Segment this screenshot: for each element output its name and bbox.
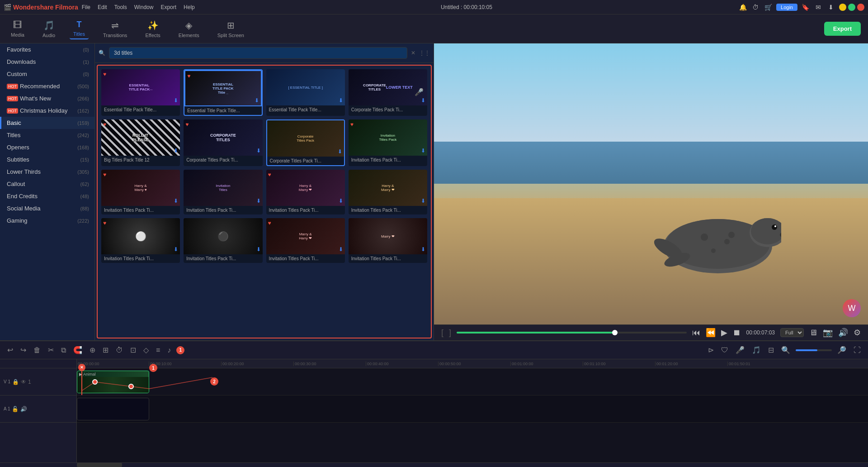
sidebar-item-favorites[interactable]: Favorites (0): [0, 43, 94, 56]
grid-item-9[interactable]: ♥ Harry &Marry ♥ ⬇ Invitation Titles Pac…: [101, 170, 180, 214]
audio-icon-a1[interactable]: 🔊: [20, 406, 27, 412]
sidebar-item-subtitles[interactable]: Subtitles (15): [0, 153, 94, 166]
delete-button[interactable]: 🗑: [32, 344, 42, 356]
export-button[interactable]: Export: [824, 22, 861, 36]
menu-tools[interactable]: Tools: [114, 4, 127, 10]
undo-button[interactable]: ↩: [5, 344, 15, 356]
maximize-button[interactable]: [848, 4, 855, 11]
timeline-scrollbar[interactable]: [0, 462, 868, 467]
sidebar-item-custom[interactable]: Custom (0): [0, 68, 94, 80]
audio-track-button[interactable]: ♪: [165, 344, 173, 356]
message-icon[interactable]: ✉: [814, 4, 823, 11]
search-input[interactable]: [109, 47, 407, 59]
video-clip[interactable]: ▶ Animal: [77, 371, 149, 393]
music-button[interactable]: 🎵: [750, 344, 763, 356]
left-bracket-button[interactable]: [: [441, 328, 443, 338]
sidebar-item-recommended[interactable]: HOT Recommended (500): [0, 80, 94, 92]
bookmark-icon[interactable]: 🔖: [801, 4, 810, 11]
sidebar-item-callout[interactable]: Callout (62): [0, 178, 94, 190]
toolbar-media[interactable]: 🎞 Media: [7, 18, 28, 39]
grid-item-14[interactable]: ⚫ ⬇ Invitation Titles Pack Ti...: [184, 218, 262, 263]
toolbar-elements[interactable]: ◈ Elements: [175, 18, 203, 40]
marker-1[interactable]: 1: [176, 346, 184, 354]
grid-item-6[interactable]: ♥ CORPORATETITLES ⬇ Corporate Titles Pac…: [184, 119, 262, 166]
grid-item-4[interactable]: CORPORATETITLESLOWER TEXT 🎤 ⬇ Corporate …: [349, 69, 427, 116]
toolbar-effects[interactable]: ✨ Effects: [142, 18, 164, 40]
zoom-in-button[interactable]: 🔎: [835, 344, 848, 356]
grid-item-1[interactable]: ♥ ESSENTIALTITLE PACK_ ⬇ Essential Title…: [101, 69, 180, 116]
mic-button[interactable]: 🎤: [734, 344, 746, 356]
sidebar-item-gaming[interactable]: Gaming (222): [0, 214, 94, 227]
rewind-button[interactable]: ⏮: [692, 328, 700, 338]
trim-button[interactable]: ⊞: [101, 344, 110, 356]
detach-button[interactable]: ⊕: [88, 344, 97, 356]
toolbar-splitscreen[interactable]: ⊞ Split Screen: [214, 18, 248, 40]
volume-icon[interactable]: 🔊: [838, 328, 848, 338]
menu-edit[interactable]: Edit: [98, 4, 107, 10]
split-button[interactable]: ⊟: [766, 344, 776, 356]
sidebar-item-downloads[interactable]: Downloads (1): [0, 56, 94, 68]
timer-button[interactable]: ⏱: [114, 344, 125, 356]
grid-item-13[interactable]: ♥ ⚪ ⬇ Invitation Titles Pack Ti...: [101, 218, 180, 263]
menu-help[interactable]: Help: [184, 4, 195, 10]
grid-item-8[interactable]: ♥ InvitationTitles Pack ⬇ Invitation Tit…: [349, 119, 427, 166]
grid-toggle-button[interactable]: ⋮⋮: [419, 50, 430, 56]
notification-icon[interactable]: 🔔: [738, 4, 747, 11]
lock-icon-a1[interactable]: 🔓: [12, 406, 19, 412]
grid-item-3[interactable]: [ ESSENTIAL TITLE ] ⬇ Essential Title Pa…: [266, 69, 345, 116]
sidebar-item-social-media[interactable]: Social Media (88): [0, 202, 94, 214]
shield-button[interactable]: 🛡: [719, 344, 730, 356]
stop-button[interactable]: ⏹: [733, 328, 741, 338]
settings-icon[interactable]: ⚙: [854, 328, 861, 338]
login-button[interactable]: Login: [776, 4, 797, 11]
screenshot-icon[interactable]: 📷: [823, 328, 833, 338]
progress-bar[interactable]: [457, 332, 687, 334]
history-icon[interactable]: ⏱: [751, 4, 760, 11]
step-back-button[interactable]: ⏪: [706, 328, 716, 338]
toolbar-audio[interactable]: 🎵 Audio: [39, 18, 59, 40]
sidebar-item-christmas[interactable]: HOT Christmas Holiday (162): [0, 105, 94, 117]
grid-item-10[interactable]: InvitationTitles ⬇ Invitation Titles Pac…: [184, 170, 262, 214]
progress-thumb[interactable]: [612, 330, 618, 335]
screen-icon[interactable]: 🖥: [809, 328, 817, 338]
right-bracket-button[interactable]: ]: [449, 328, 451, 338]
sidebar-item-openers[interactable]: Openers (168): [0, 141, 94, 153]
sidebar-item-titles[interactable]: Titles (242): [0, 129, 94, 141]
play-button[interactable]: ▶: [721, 328, 727, 338]
minimize-button[interactable]: [839, 4, 846, 11]
quality-select[interactable]: Full: [780, 328, 804, 337]
eye-icon-v1[interactable]: 👁: [21, 379, 26, 385]
toolbar-titles[interactable]: T Titles: [70, 18, 89, 39]
snap-button[interactable]: 🧲: [71, 344, 84, 356]
grid-item-5[interactable]: ♥ ROLL ITPLEASE ⬇ Big Titles Pack Title …: [101, 119, 180, 166]
grid-item-11[interactable]: ♥ Harry &Marry ❤ ⬇ Invitation Titles Pac…: [266, 170, 345, 214]
playhead-button[interactable]: ⊳: [706, 344, 716, 356]
download-icon[interactable]: ⬇: [826, 4, 835, 11]
grid-item-7[interactable]: CorporateTitles Pack ⬇ Corporate Titles …: [266, 119, 345, 166]
menu-export[interactable]: Export: [160, 4, 176, 10]
menu-file[interactable]: File: [82, 4, 90, 10]
grid-item-2[interactable]: ♥ ESSENTIALTITLE PACKTitle _ ⬇ Essential…: [184, 69, 262, 116]
close-button[interactable]: [857, 4, 864, 11]
fullscreen-button[interactable]: ⛶: [852, 344, 863, 356]
zoom-slider[interactable]: [796, 349, 832, 351]
grid-item-12[interactable]: Harry &Marry ❤ ⬇ Invitation Titles Pack …: [349, 170, 427, 214]
sidebar-item-basic[interactable]: Basic (159): [0, 117, 94, 129]
menu-window[interactable]: Window: [134, 4, 154, 10]
search-clear-button[interactable]: ✕: [411, 50, 415, 56]
adjust-button[interactable]: ≡: [154, 344, 162, 356]
sidebar-item-end-credits[interactable]: End Credits (48): [0, 190, 94, 202]
grid-item-15[interactable]: ♥ Marry &Harry ❤ ⬇ Invitation Titles Pac…: [266, 218, 345, 263]
crop-button[interactable]: ⊡: [128, 344, 138, 356]
copy-button[interactable]: ⧉: [59, 344, 68, 356]
zoom-out-button[interactable]: 🔍: [779, 344, 792, 356]
redo-button[interactable]: ↪: [19, 344, 28, 356]
sidebar-item-whats-new[interactable]: HOT What's New (266): [0, 92, 94, 105]
shape-button[interactable]: ◇: [142, 344, 151, 356]
scrollbar-thumb[interactable]: [77, 463, 122, 467]
cut-button[interactable]: ✂: [46, 344, 56, 356]
toolbar-transitions[interactable]: ⇌ Transitions: [99, 18, 131, 40]
sidebar-item-lower-thirds[interactable]: Lower Thirds (305): [0, 166, 94, 178]
lock-icon-v1[interactable]: 🔒: [12, 379, 19, 385]
grid-item-16[interactable]: Marry ❤ ⬇ Invitation Titles Pack Ti...: [349, 218, 427, 263]
